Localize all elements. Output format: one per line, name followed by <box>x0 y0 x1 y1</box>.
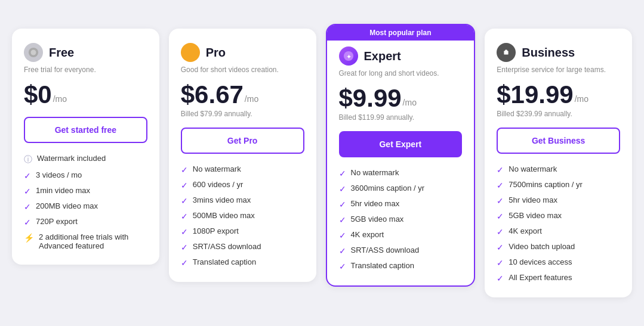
price-period-free: /mo <box>53 94 67 104</box>
pricing-container: Free Free trial for everyone. $0 /mo Get… <box>12 29 632 297</box>
price-amount-expert: $9.99 <box>339 86 402 111</box>
plan-desc-business: Enterprise service for large teams. <box>497 66 620 74</box>
price-billed-pro: Billed $79.99 annually. <box>181 110 304 118</box>
feature-text: 10 devices access <box>509 257 572 266</box>
plan-btn-expert[interactable]: Get Expert <box>339 131 463 157</box>
feature-check-icon: ✓ <box>497 181 504 190</box>
features-list-pro: ✓ No watermark ✓ 600 videos / yr ✓ 3mins… <box>181 164 304 268</box>
feature-text: 4K export <box>351 230 384 239</box>
feature-item: ✓ SRT/ASS download <box>339 246 463 256</box>
plan-btn-free[interactable]: Get started free <box>24 117 147 143</box>
feature-item: ✓ 5GB video max <box>497 211 620 221</box>
feature-text: SRT/ASS download <box>351 246 420 254</box>
feature-check-icon: ✓ <box>339 169 346 178</box>
plan-desc-expert: Great for long and short videos. <box>339 69 463 77</box>
feature-check-icon: ✓ <box>181 165 188 175</box>
feature-info-icon: ⓘ <box>24 154 32 165</box>
feature-item: ⓘ Watermark included <box>24 154 147 165</box>
feature-text: 1min video max <box>36 186 90 195</box>
svg-rect-7 <box>505 50 507 52</box>
feature-text: 5GB video max <box>351 215 404 223</box>
feature-text: 3mins video max <box>193 195 251 204</box>
feature-text: 4K export <box>509 226 542 235</box>
feature-text: 2 additional free trials with Advanced f… <box>39 232 147 250</box>
svg-rect-6 <box>504 51 509 54</box>
feature-item: ✓ No watermark <box>497 164 620 175</box>
feature-item: ✓ 3mins video max <box>181 195 304 206</box>
feature-item: ✓ 5hr video max <box>497 195 620 206</box>
feature-text: No watermark <box>509 164 557 173</box>
feature-text: 1080P export <box>193 226 239 235</box>
plan-btn-business[interactable]: Get Business <box>497 128 620 154</box>
feature-item: ✓ All Expert features <box>497 273 620 283</box>
plan-header-business: Business <box>497 43 620 62</box>
feature-text: 500MB video max <box>193 211 255 220</box>
feature-text: Video batch upload <box>509 242 575 251</box>
plan-btn-pro[interactable]: Get Pro <box>181 128 304 154</box>
feature-text: 3 videos / mo <box>36 170 82 179</box>
feature-check-icon: ✓ <box>339 231 346 240</box>
price-amount-free: $0 <box>24 82 52 107</box>
feature-item: ✓ 600 videos / yr <box>181 180 304 190</box>
feature-text: No watermark <box>351 168 399 177</box>
feature-check-icon: ✓ <box>24 171 31 181</box>
feature-text: All Expert features <box>509 273 572 282</box>
feature-text: 3600mins caption / yr <box>351 184 425 193</box>
feature-item: ✓ Video batch upload <box>497 242 620 252</box>
feature-item: ✓ 7500mins caption / yr <box>497 180 620 190</box>
feature-item: ✓ 5GB video max <box>339 215 463 225</box>
feature-item: ⚡ 2 additional free trials with Advanced… <box>24 232 147 250</box>
feature-text: 720P export <box>36 217 78 226</box>
features-list-expert: ✓ No watermark ✓ 3600mins caption / yr ✓… <box>339 168 463 271</box>
feature-check-icon: ✓ <box>24 218 31 227</box>
feature-item: ✓ 1080P export <box>181 226 304 237</box>
feature-text: SRT/ASS download <box>193 242 261 251</box>
feature-item: ✓ 200MB video max <box>24 201 147 212</box>
feature-item: ✓ 5hr video max <box>339 199 463 209</box>
feature-check-icon: ✓ <box>24 202 31 212</box>
feature-check-icon: ✓ <box>339 215 346 225</box>
plan-price-expert: $9.99 /mo <box>339 86 463 111</box>
feature-check-icon: ✓ <box>181 243 188 252</box>
price-amount-pro: $6.67 <box>181 82 244 107</box>
feature-check-icon: ✓ <box>181 258 188 268</box>
feature-check-icon: ✓ <box>181 227 188 237</box>
feature-text: 5hr video max <box>351 199 400 208</box>
plan-header-expert: ✦ Expert <box>339 46 463 66</box>
feature-text: 5GB video max <box>509 211 562 220</box>
plan-header-pro: Pro <box>181 43 304 62</box>
feature-text: Watermark included <box>37 154 106 163</box>
feature-item: ✓ 10 devices access <box>497 257 620 268</box>
feature-item: ✓ 1min video max <box>24 186 147 196</box>
plan-icon-business <box>497 43 516 62</box>
plan-name-business: Business <box>522 46 575 60</box>
plan-header-free: Free <box>24 43 147 62</box>
plan-name-pro: Pro <box>206 46 226 60</box>
svg-marker-2 <box>186 48 195 57</box>
feature-check-icon: ✓ <box>339 184 346 194</box>
feature-item: ✓ 720P export <box>24 217 147 227</box>
feature-check-icon: ✓ <box>339 262 346 271</box>
plan-price-free: $0 /mo <box>24 82 147 107</box>
plan-card-pro: Pro Good for short videos creation. $6.6… <box>169 29 316 282</box>
popular-badge: Most popular plan <box>327 25 474 41</box>
feature-check-icon: ✓ <box>339 200 346 209</box>
plan-name-expert: Expert <box>364 49 401 63</box>
feature-check-icon: ✓ <box>181 181 188 190</box>
plan-icon-pro <box>181 43 200 62</box>
price-period-expert: /mo <box>403 98 417 107</box>
feature-check-icon: ✓ <box>497 258 504 268</box>
plan-card-business: Business Enterprise service for large te… <box>485 29 632 297</box>
feature-text: Translated caption <box>351 261 414 270</box>
feature-item: ✓ No watermark <box>339 168 463 178</box>
feature-item: ✓ SRT/ASS download <box>181 242 304 252</box>
price-period-business: /mo <box>575 94 588 104</box>
feature-text: 200MB video max <box>36 201 98 210</box>
price-amount-business: $19.99 <box>497 82 573 107</box>
plan-name-free: Free <box>49 46 74 60</box>
feature-item: ✓ 3 videos / mo <box>24 170 147 181</box>
svg-point-1 <box>31 50 36 55</box>
feature-item: ✓ Translated caption <box>181 257 304 268</box>
price-billed-business: Billed $239.99 annually. <box>497 110 620 118</box>
feature-text: Translated caption <box>193 257 256 266</box>
